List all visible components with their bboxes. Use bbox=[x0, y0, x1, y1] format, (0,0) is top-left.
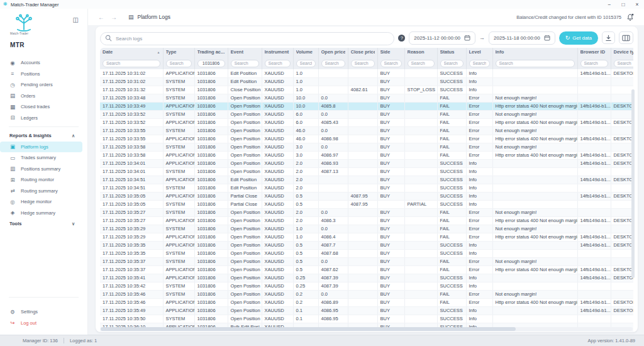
table-row[interactable]: 17.11.2025 10:34:01APPLICATION1031806Ope… bbox=[100, 159, 633, 167]
cell-info: Not enough margin! bbox=[492, 94, 577, 102]
table-row[interactable]: 17.11.2025 10:31:02SYSTEM1031806Edit Pos… bbox=[100, 77, 633, 86]
filter-input-instrument[interactable] bbox=[265, 60, 291, 67]
sidebar-item-log-out[interactable]: ↪Log out bbox=[0, 318, 82, 329]
filter-input-trading-ac[interactable] bbox=[197, 60, 225, 67]
filter-input-device-type[interactable] bbox=[614, 60, 634, 67]
cell-reason bbox=[404, 135, 437, 143]
vertical-scrollbar-thumb[interactable] bbox=[631, 89, 635, 278]
minimize-button[interactable]: − bbox=[602, 0, 616, 9]
table-row[interactable]: 17.11.2025 10:33:52SYSTEM1031806Open Pos… bbox=[100, 110, 633, 118]
table-row[interactable]: 17.11.2025 10:33:49APPLICATION1031806Ope… bbox=[100, 102, 633, 110]
window-title: Match-Trader Manager bbox=[11, 2, 58, 8]
date-to-input[interactable]: 2025-11-18 00:00:00 bbox=[489, 31, 555, 45]
filter-input-open-price[interactable] bbox=[321, 60, 345, 67]
filter-input-browser-id[interactable] bbox=[580, 60, 608, 67]
table-row[interactable]: 17.11.2025 10:35:37SYSTEM1031806Open Pos… bbox=[100, 257, 633, 265]
table-row[interactable]: 17.11.2025 10:35:50SYSTEM1031806Open Pos… bbox=[100, 315, 633, 323]
table-row[interactable]: 17.11.2025 10:35:27APPLICATION1031806Ope… bbox=[100, 216, 633, 225]
table-row[interactable]: 17.11.2025 10:35:46SYSTEM1031806Open Pos… bbox=[100, 290, 633, 298]
sidebar-item-ledgers[interactable]: ⊟Ledgers bbox=[0, 113, 82, 124]
sidebar-item-positions-summary[interactable]: ▥Positions summary bbox=[0, 164, 82, 175]
sidebar-item-platform-logs[interactable]: ▣Platform logs bbox=[0, 142, 82, 153]
sidebar-item-label: Positions summary bbox=[21, 166, 60, 172]
collapse-sidebar-icon[interactable]: ◫ bbox=[73, 16, 79, 23]
filter-input-reason[interactable] bbox=[408, 60, 435, 67]
filter-input-status[interactable] bbox=[440, 60, 464, 67]
cell-instrument: XAUUSD bbox=[262, 233, 293, 241]
sidebar-item-hedge-monitor[interactable]: ◎Hedge monitor bbox=[0, 196, 82, 208]
sidebar-item-accounts[interactable]: ◉Accounts bbox=[0, 57, 82, 69]
sidebar-item-trades-summary[interactable]: ▭Trades summary bbox=[0, 152, 82, 164]
filter-input-type[interactable] bbox=[166, 60, 192, 67]
search-input[interactable] bbox=[100, 32, 394, 45]
table-row[interactable]: 17.11.2025 10:33:48SYSTEM1031806Open Pos… bbox=[100, 94, 633, 102]
table-row[interactable]: 17.11.2025 10:34:51APPLICATION1031806Edi… bbox=[100, 176, 633, 184]
sidebar-item-routing-summary[interactable]: ⇄Routing summary bbox=[0, 186, 82, 197]
horizontal-scrollbar[interactable] bbox=[101, 327, 633, 331]
table-row[interactable]: 17.11.2025 10:35:27SYSTEM1031806Open Pos… bbox=[100, 208, 633, 216]
cell-open-price: 0.0 bbox=[318, 143, 348, 151]
help-icon[interactable]: ? bbox=[398, 35, 405, 42]
sidebar-item-settings[interactable]: ⚙Settings bbox=[0, 306, 82, 318]
forward-arrow-icon[interactable]: → bbox=[111, 14, 117, 21]
close-button[interactable]: × bbox=[630, 0, 644, 9]
table-row[interactable]: 17.11.2025 10:35:29SYSTEM1031806Open Pos… bbox=[100, 225, 633, 233]
table-row[interactable]: 17.11.2025 10:35:46APPLICATION1031806Ope… bbox=[100, 298, 633, 306]
sidebar-item-pending-orders[interactable]: ◷Pending orders bbox=[0, 79, 82, 91]
horizontal-scrollbar-thumb[interactable] bbox=[101, 327, 516, 331]
sort-asc-icon[interactable]: ▲ bbox=[157, 50, 160, 54]
filter-input-close-price[interactable] bbox=[351, 60, 375, 67]
table-row[interactable]: 17.11.2025 10:35:05APPLICATION1031806Par… bbox=[100, 192, 633, 200]
table-row[interactable]: 17.11.2025 10:35:35APPLICATION1031806Ope… bbox=[100, 241, 633, 249]
columns-button[interactable] bbox=[619, 31, 633, 44]
table-row[interactable]: 17.11.2025 10:34:01SYSTEM1031806Open Pos… bbox=[100, 167, 633, 176]
table-row[interactable]: 17.11.2025 10:33:55APPLICATION1031806Ope… bbox=[100, 135, 633, 143]
table-row[interactable]: 17.11.2025 10:35:29APPLICATION1031806Ope… bbox=[100, 233, 633, 241]
bell-icon[interactable] bbox=[626, 13, 634, 21]
table-row[interactable]: 17.11.2025 10:35:37APPLICATION1031806Ope… bbox=[100, 265, 633, 274]
table-row[interactable]: 17.11.2025 10:35:05SYSTEM1031806Partial … bbox=[100, 200, 633, 208]
window-titlebar: ❋ Match-Trader Manager − □ × bbox=[0, 0, 644, 9]
table-row[interactable]: 17.11.2025 10:33:52APPLICATION1031806Ope… bbox=[100, 118, 633, 126]
filter-input-volume[interactable] bbox=[296, 60, 316, 67]
date-from-input[interactable]: 2025-11-12 00:00:00 bbox=[409, 31, 475, 45]
table-row[interactable]: 17.11.2025 10:33:58APPLICATION1031806Ope… bbox=[100, 151, 633, 159]
cell-reason bbox=[404, 118, 437, 126]
filter-input-event[interactable] bbox=[231, 60, 259, 67]
table-row[interactable]: 17.11.2025 10:31:02APPLICATION1031806Edi… bbox=[100, 69, 633, 77]
sidebar-section-reports-insights[interactable]: Reports & Insights∧ bbox=[0, 130, 82, 142]
column-label: Volume bbox=[296, 49, 313, 55]
table-row[interactable]: 17.11.2025 10:35:42SYSTEM1031806Open Pos… bbox=[100, 282, 633, 290]
cell-event: Open Position bbox=[228, 257, 262, 265]
table-row[interactable]: 17.11.2025 10:35:35SYSTEM1031806Open Pos… bbox=[100, 249, 633, 257]
filter-input-side[interactable] bbox=[380, 60, 402, 67]
download-button[interactable] bbox=[602, 31, 615, 44]
filter-input-level[interactable] bbox=[469, 60, 490, 67]
cell-trading-ac: 1031806 bbox=[194, 86, 228, 94]
sidebar-item-hedge-summary[interactable]: ◈Hedge summary bbox=[0, 208, 82, 219]
maximize-button[interactable]: □ bbox=[616, 0, 630, 9]
sidebar-item-closed-trades[interactable]: ▦Closed trades bbox=[0, 101, 82, 113]
cell-device-type bbox=[611, 200, 633, 208]
cell-status: FAIL bbox=[437, 225, 466, 233]
table-row[interactable]: 17.11.2025 10:33:55SYSTEM1031806Open Pos… bbox=[100, 126, 633, 135]
table-row[interactable]: 17.11.2025 10:35:49APPLICATION1031806Ope… bbox=[100, 306, 633, 315]
calendar-icon bbox=[464, 35, 470, 41]
filter-input-date[interactable] bbox=[103, 60, 160, 67]
cell-level: Info bbox=[466, 192, 492, 200]
cell-trading-ac: 1031806 bbox=[194, 225, 228, 233]
cell-info: Http error status 400 Not enough margin! bbox=[492, 135, 577, 143]
table-row[interactable]: 17.11.2025 10:34:51SYSTEM1031806Edit Pos… bbox=[100, 184, 633, 192]
sidebar-item-positions[interactable]: ≡Positions bbox=[0, 69, 82, 80]
sidebar-item-orders[interactable]: ▤Orders bbox=[0, 91, 82, 102]
filter-input-info[interactable] bbox=[496, 60, 575, 67]
sidebar-item-routing-monitor[interactable]: ⊞Routing monitor bbox=[0, 174, 82, 186]
table-header-row: Date▲TypeTrading ac...EventInstrumentVol… bbox=[100, 48, 633, 69]
table-row[interactable]: 17.11.2025 10:31:32SYSTEM1031806Close Po… bbox=[100, 86, 633, 94]
back-arrow-icon[interactable]: ← bbox=[98, 14, 104, 21]
get-data-button[interactable]: ↻ Get data bbox=[559, 31, 598, 45]
sidebar-section-tools[interactable]: Tools∨ bbox=[0, 218, 82, 230]
cell-device-type: DESKTOP bbox=[611, 69, 633, 77]
table-row[interactable]: 17.11.2025 10:33:58SYSTEM1031806Open Pos… bbox=[100, 143, 633, 151]
table-row[interactable]: 17.11.2025 10:35:41APPLICATION1031806Ope… bbox=[100, 274, 633, 282]
